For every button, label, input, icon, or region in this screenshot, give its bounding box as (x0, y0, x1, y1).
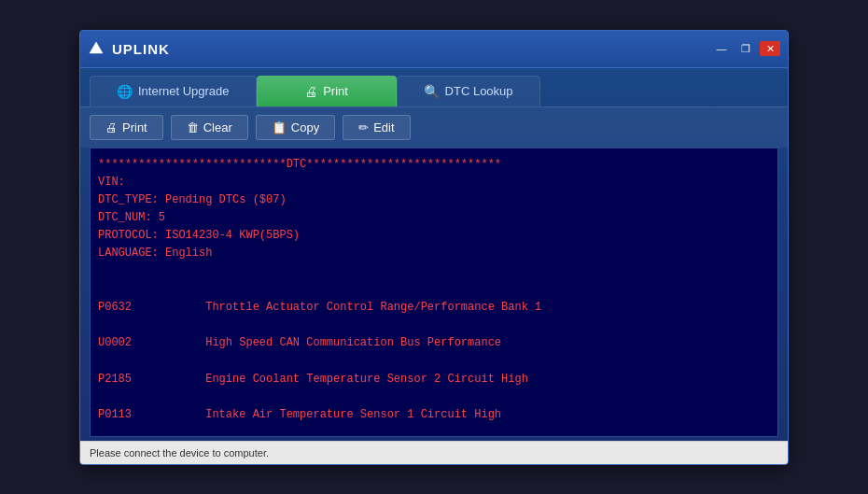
content-line: DTC_NUM: 5 (98, 209, 770, 227)
copy-button-label: Copy (291, 120, 319, 134)
toolbar: 🖨 Print 🗑 Clear 📋 Copy ✏ Edit (80, 106, 788, 148)
copy-button-icon: 📋 (272, 120, 287, 134)
tab-print[interactable]: 🖨 Print (257, 76, 397, 106)
status-bar: Please connect the device to computer. (80, 441, 788, 464)
edit-button-icon: ✏ (358, 120, 369, 134)
clear-button-label: Clear (203, 120, 232, 134)
tab-internet-upgrade-label: Internet Upgrade (138, 84, 230, 98)
copy-button[interactable]: 📋 Copy (256, 115, 335, 140)
dtc-lookup-icon: 🔍 (424, 84, 440, 99)
content-area[interactable]: ****************************DTC*********… (90, 148, 778, 437)
svg-marker-0 (90, 42, 103, 53)
content-line (98, 424, 770, 436)
edit-button-label: Edit (373, 120, 394, 134)
content-line: VIN: (98, 174, 770, 191)
uplink-logo-icon (88, 40, 105, 57)
content-line: ****************************DTC*********… (98, 156, 770, 174)
content-line: LANGUAGE: English (98, 245, 770, 262)
content-line: P2185 Engine Coolant Temperature Sensor … (98, 371, 770, 388)
tab-internet-upgrade[interactable]: 🌐 Internet Upgrade (90, 76, 257, 106)
internet-upgrade-icon: 🌐 (117, 84, 133, 99)
tab-print-label: Print (323, 84, 348, 98)
content-line (98, 281, 770, 299)
content-line (98, 317, 770, 334)
content-line: DTC_TYPE: Pending DTCs ($07) (98, 191, 770, 209)
print-button-icon: 🖨 (105, 120, 118, 134)
print-button[interactable]: 🖨 Print (90, 115, 163, 140)
main-window: UPLINK — ❐ ✕ 🌐 Internet Upgrade 🖨 Print … (79, 30, 789, 465)
window-title: UPLINK (112, 41, 170, 57)
tab-dtc-lookup-label: DTC Lookup (445, 84, 513, 98)
content-line: P0632 Throttle Actuator Control Range/Pe… (98, 299, 770, 317)
clear-button[interactable]: 🗑 Clear (171, 115, 248, 140)
content-line (98, 353, 770, 371)
content-line: P0113 Intake Air Temperature Sensor 1 Ci… (98, 406, 770, 424)
print-tab-icon: 🖨 (304, 84, 317, 99)
minimize-button[interactable]: — (711, 41, 732, 56)
tab-bar: 🌐 Internet Upgrade 🖨 Print 🔍 DTC Lookup (80, 68, 788, 106)
title-controls: — ❐ ✕ (711, 41, 780, 56)
content-line: U0002 High Speed CAN Communication Bus P… (98, 334, 770, 352)
tab-dtc-lookup[interactable]: 🔍 DTC Lookup (397, 76, 540, 106)
edit-button[interactable]: ✏ Edit (343, 115, 410, 140)
content-line: PROTOCOL: ISO14230-4 KWP(5BPS) (98, 227, 770, 245)
maximize-button[interactable]: ❐ (735, 41, 756, 56)
title-bar: UPLINK — ❐ ✕ (80, 31, 788, 68)
content-line (98, 388, 770, 406)
close-button[interactable]: ✕ (760, 41, 780, 56)
content-line (98, 263, 770, 281)
print-button-label: Print (122, 120, 147, 134)
status-message: Please connect the device to computer. (90, 447, 269, 459)
clear-button-icon: 🗑 (187, 120, 199, 134)
title-bar-left: UPLINK (88, 40, 170, 57)
